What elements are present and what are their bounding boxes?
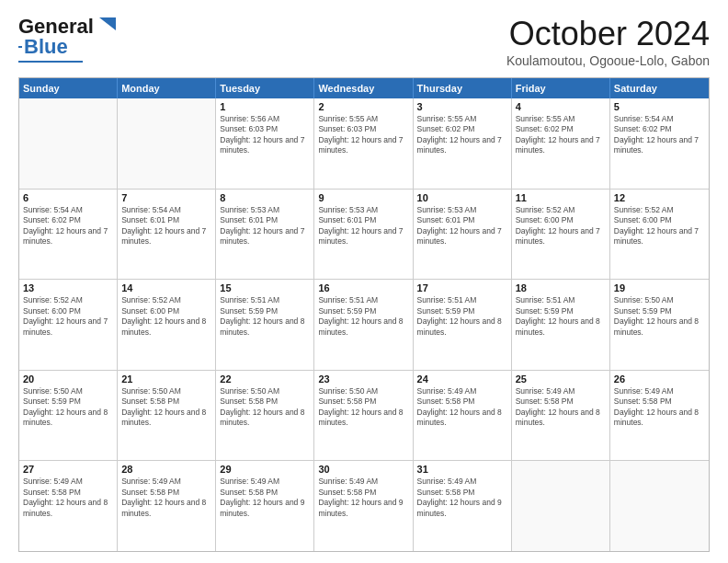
- header-right: October 2024 Koulamoutou, Ogooue-Lolo, G…: [506, 15, 710, 68]
- cell-content: Sunrise: 5:49 AM Sunset: 5:58 PM Dayligh…: [318, 477, 408, 519]
- cal-cell-2-1: 14Sunrise: 5:52 AM Sunset: 6:00 PM Dayli…: [118, 280, 216, 370]
- day-number: 18: [516, 282, 606, 293]
- cal-cell-0-0: [19, 98, 118, 189]
- day-number: 7: [121, 192, 211, 203]
- day-number: 21: [121, 373, 211, 385]
- cal-cell-4-1: 28Sunrise: 5:49 AM Sunset: 5:58 PM Dayli…: [118, 461, 216, 551]
- day-number: 28: [121, 464, 211, 475]
- cal-cell-0-4: 3Sunrise: 5:55 AM Sunset: 6:02 PM Daylig…: [414, 98, 512, 189]
- cal-cell-3-0: 20Sunrise: 5:50 AM Sunset: 5:59 PM Dayli…: [19, 371, 118, 461]
- logo-blue-text: Blue: [24, 35, 68, 59]
- cell-content: Sunrise: 5:55 AM Sunset: 6:02 PM Dayligh…: [516, 114, 606, 156]
- cell-content: Sunrise: 5:49 AM Sunset: 5:58 PM Dayligh…: [417, 386, 507, 429]
- cal-cell-0-5: 4Sunrise: 5:55 AM Sunset: 6:02 PM Daylig…: [512, 98, 610, 189]
- calendar: Sunday Monday Tuesday Wednesday Thursday…: [18, 77, 710, 552]
- cell-content: Sunrise: 5:49 AM Sunset: 5:58 PM Dayligh…: [220, 477, 310, 519]
- calendar-border: Sunday Monday Tuesday Wednesday Thursday…: [18, 77, 710, 552]
- cell-content: Sunrise: 5:52 AM Sunset: 6:00 PM Dayligh…: [516, 205, 606, 247]
- cal-cell-3-1: 21Sunrise: 5:50 AM Sunset: 5:58 PM Dayli…: [118, 371, 216, 461]
- cal-cell-2-6: 19Sunrise: 5:50 AM Sunset: 5:59 PM Dayli…: [610, 280, 709, 370]
- cell-content: Sunrise: 5:49 AM Sunset: 5:58 PM Dayligh…: [516, 386, 606, 429]
- cal-cell-4-6: [610, 461, 709, 551]
- day-number: 20: [23, 373, 113, 385]
- cal-cell-1-5: 11Sunrise: 5:52 AM Sunset: 6:00 PM Dayli…: [512, 190, 610, 280]
- day-number: 4: [516, 101, 606, 112]
- cal-cell-3-2: 22Sunrise: 5:50 AM Sunset: 5:58 PM Dayli…: [216, 371, 314, 461]
- day-number: 17: [417, 282, 507, 293]
- cell-content: Sunrise: 5:50 AM Sunset: 5:58 PM Dayligh…: [220, 386, 310, 429]
- cell-content: Sunrise: 5:51 AM Sunset: 5:59 PM Dayligh…: [417, 295, 507, 338]
- cell-content: Sunrise: 5:49 AM Sunset: 5:58 PM Dayligh…: [121, 477, 211, 519]
- cell-content: Sunrise: 5:50 AM Sunset: 5:59 PM Dayligh…: [614, 295, 705, 338]
- day-number: 27: [23, 464, 113, 475]
- calendar-body: 1Sunrise: 5:56 AM Sunset: 6:03 PM Daylig…: [19, 98, 709, 551]
- day-number: 8: [220, 192, 310, 203]
- day-number: 1: [220, 101, 310, 112]
- day-number: 23: [318, 373, 408, 385]
- cell-content: Sunrise: 5:49 AM Sunset: 5:58 PM Dayligh…: [417, 477, 507, 519]
- cell-content: Sunrise: 5:52 AM Sunset: 6:00 PM Dayligh…: [121, 295, 211, 338]
- cal-cell-4-3: 30Sunrise: 5:49 AM Sunset: 5:58 PM Dayli…: [314, 461, 413, 551]
- cal-cell-4-4: 31Sunrise: 5:49 AM Sunset: 5:58 PM Dayli…: [414, 461, 512, 551]
- header: General Blue October 2024 Koulamoutou, O…: [18, 15, 710, 68]
- cell-content: Sunrise: 5:52 AM Sunset: 6:00 PM Dayligh…: [614, 205, 705, 247]
- cal-cell-1-2: 8Sunrise: 5:53 AM Sunset: 6:01 PM Daylig…: [216, 190, 314, 280]
- day-number: 15: [220, 282, 310, 293]
- day-number: 2: [318, 101, 408, 112]
- cell-content: Sunrise: 5:55 AM Sunset: 6:02 PM Dayligh…: [417, 114, 507, 156]
- week-row-1: 1Sunrise: 5:56 AM Sunset: 6:03 PM Daylig…: [19, 98, 709, 190]
- cell-content: Sunrise: 5:53 AM Sunset: 6:01 PM Dayligh…: [220, 205, 310, 247]
- location: Koulamoutou, Ogooue-Lolo, Gabon: [506, 53, 710, 68]
- day-number: 12: [614, 192, 705, 203]
- header-wednesday: Wednesday: [314, 78, 413, 98]
- cell-content: Sunrise: 5:55 AM Sunset: 6:03 PM Dayligh…: [318, 114, 408, 156]
- header-tuesday: Tuesday: [216, 78, 314, 98]
- cell-content: Sunrise: 5:54 AM Sunset: 6:01 PM Dayligh…: [121, 205, 211, 247]
- cal-cell-0-3: 2Sunrise: 5:55 AM Sunset: 6:03 PM Daylig…: [314, 98, 413, 189]
- day-number: 13: [23, 282, 113, 293]
- cal-cell-2-0: 13Sunrise: 5:52 AM Sunset: 6:00 PM Dayli…: [19, 280, 118, 370]
- cal-cell-0-2: 1Sunrise: 5:56 AM Sunset: 6:03 PM Daylig…: [216, 98, 314, 189]
- cell-content: Sunrise: 5:49 AM Sunset: 5:58 PM Dayligh…: [614, 386, 705, 429]
- cal-cell-2-5: 18Sunrise: 5:51 AM Sunset: 5:59 PM Dayli…: [512, 280, 610, 370]
- logo: General Blue: [18, 15, 116, 63]
- cell-content: Sunrise: 5:51 AM Sunset: 5:59 PM Dayligh…: [220, 295, 310, 338]
- cal-cell-1-3: 9Sunrise: 5:53 AM Sunset: 6:01 PM Daylig…: [314, 190, 413, 280]
- logo-arrow-icon: [96, 17, 116, 34]
- cal-cell-1-6: 12Sunrise: 5:52 AM Sunset: 6:00 PM Dayli…: [610, 190, 709, 280]
- cell-content: Sunrise: 5:56 AM Sunset: 6:03 PM Dayligh…: [220, 114, 310, 156]
- cal-cell-2-4: 17Sunrise: 5:51 AM Sunset: 5:59 PM Dayli…: [414, 280, 512, 370]
- cal-cell-4-2: 29Sunrise: 5:49 AM Sunset: 5:58 PM Dayli…: [216, 461, 314, 551]
- day-number: 10: [417, 192, 507, 203]
- cell-content: Sunrise: 5:49 AM Sunset: 5:58 PM Dayligh…: [23, 477, 113, 519]
- day-number: 25: [516, 373, 606, 385]
- week-row-2: 6Sunrise: 5:54 AM Sunset: 6:02 PM Daylig…: [19, 190, 709, 281]
- day-number: 31: [417, 464, 507, 475]
- month-title: October 2024: [506, 15, 710, 53]
- cal-cell-2-2: 15Sunrise: 5:51 AM Sunset: 5:59 PM Dayli…: [216, 280, 314, 370]
- cell-content: Sunrise: 5:53 AM Sunset: 6:01 PM Dayligh…: [318, 205, 408, 247]
- cell-content: Sunrise: 5:50 AM Sunset: 5:59 PM Dayligh…: [23, 386, 113, 429]
- cal-cell-3-6: 26Sunrise: 5:49 AM Sunset: 5:58 PM Dayli…: [610, 371, 709, 461]
- cell-content: Sunrise: 5:51 AM Sunset: 5:59 PM Dayligh…: [516, 295, 606, 338]
- day-number: 24: [417, 373, 507, 385]
- cal-cell-3-5: 25Sunrise: 5:49 AM Sunset: 5:58 PM Dayli…: [512, 371, 610, 461]
- cell-content: Sunrise: 5:50 AM Sunset: 5:58 PM Dayligh…: [318, 386, 408, 429]
- page: General Blue October 2024 Koulamoutou, O…: [0, 0, 728, 563]
- day-number: 6: [23, 192, 113, 203]
- cal-cell-0-1: [118, 98, 216, 189]
- day-number: 26: [614, 373, 705, 385]
- header-thursday: Thursday: [414, 78, 512, 98]
- day-number: 5: [614, 101, 705, 112]
- day-number: 11: [516, 192, 606, 203]
- cal-cell-4-5: [512, 461, 610, 551]
- week-row-5: 27Sunrise: 5:49 AM Sunset: 5:58 PM Dayli…: [19, 461, 709, 551]
- cal-cell-1-4: 10Sunrise: 5:53 AM Sunset: 6:01 PM Dayli…: [414, 190, 512, 280]
- svg-marker-0: [99, 17, 116, 30]
- header-friday: Friday: [512, 78, 610, 98]
- day-number: 3: [417, 101, 507, 112]
- cal-cell-1-0: 6Sunrise: 5:54 AM Sunset: 6:02 PM Daylig…: [19, 190, 118, 280]
- week-row-4: 20Sunrise: 5:50 AM Sunset: 5:59 PM Dayli…: [19, 371, 709, 462]
- cell-content: Sunrise: 5:51 AM Sunset: 5:59 PM Dayligh…: [318, 295, 408, 338]
- week-row-3: 13Sunrise: 5:52 AM Sunset: 6:00 PM Dayli…: [19, 280, 709, 371]
